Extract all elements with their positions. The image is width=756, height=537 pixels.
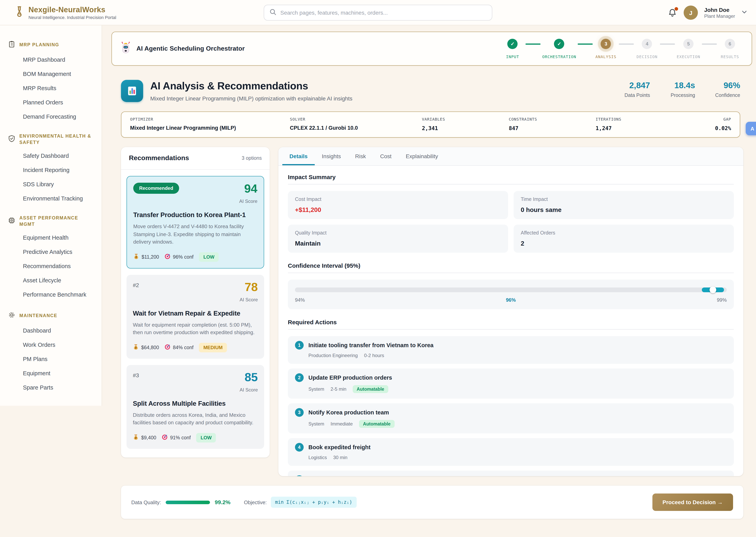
step-connector [702,43,717,45]
action-owner: Logistics [308,455,327,460]
risk-badge: MEDIUM [199,343,227,352]
step-check-icon: ✓ [507,39,518,49]
sidebar-item-recommendations[interactable]: Recommendations [0,259,101,273]
tab-risk[interactable]: Risk [348,147,373,165]
sidebar-item-work-orders[interactable]: Work Orders [0,338,101,352]
cost-metric: $11,200 [133,253,159,260]
sidebar-item-performance-benchmark[interactable]: Performance Benchmark [0,287,101,302]
robot-icon [120,42,132,56]
sidebar-item-equipment-health[interactable]: Equipment Health [0,230,101,245]
impact-card-quality: Quality Impact Maintain [288,225,508,253]
recommendation-card-3[interactable]: #3 85 AI Score Split Across Multiple Fac… [127,365,264,449]
translate-fab[interactable]: A [746,122,756,135]
sidebar-item-mrp-dashboard[interactable]: MRP Dashboard [0,53,101,67]
confidence-metric: 84% conf [165,344,193,351]
bar-chart-icon [121,80,143,102]
sidebar-item-pm-plans[interactable]: PM Plans [0,352,101,366]
cost-metric: $9,400 [133,434,156,441]
user-role: Plant Manager [704,13,735,19]
user-block[interactable]: John Doe Plant Manager [704,7,735,19]
action-owner: Production Engineering [308,353,358,358]
impact-summary-heading: Impact Summary [288,174,734,180]
step-execution[interactable]: 5 EXECUTION [677,39,700,59]
recommendation-card-1[interactable]: Recommended 94 AI Score Transfer Product… [127,176,264,268]
app-title: Nexgile-NeuralWorks [28,5,116,14]
recommendation-description: Distribute orders across Korea, India, a… [133,411,258,427]
action-item-3[interactable]: 3 Notify Korea production team System Im… [288,403,734,434]
step-number: 3 [601,39,611,49]
data-quality-progress [166,500,210,504]
divider [288,272,734,273]
sidebar-item-predictive-analytics[interactable]: Predictive Analytics [0,245,101,259]
ai-score-label: AI Score [133,387,258,392]
tab-cost[interactable]: Cost [373,147,399,165]
proceed-to-decision-button[interactable]: Proceed to Decision → [652,493,733,511]
sidebar-section-apm: ASSET PERFORMANCE MGMT [8,215,95,227]
avatar[interactable]: J [684,6,698,20]
action-number: 1 [295,341,304,350]
target-icon [165,253,171,260]
tab-insights[interactable]: Insights [315,147,348,165]
tab-details[interactable]: Details [282,147,315,165]
confidence-slider[interactable] [295,287,727,292]
action-item-5[interactable]: 5 Update customer delivery tracking [288,471,734,476]
step-orchestration[interactable]: ✓ ORCHESTRATION [542,39,576,59]
app-root: Nexgile-NeuralWorks Neural Intelligence.… [0,0,756,537]
data-quality-label: Data Quality: [131,499,161,505]
ai-score-value: 94 [244,183,258,194]
step-input[interactable]: ✓ INPUT [501,39,524,59]
recommendation-description: Move orders V-4472 and V-4480 to Korea f… [133,223,258,246]
tab-explainability[interactable]: Explainability [399,147,445,165]
ai-score-value: 78 [245,281,258,293]
sidebar-item-planned-orders[interactable]: Planned Orders [0,95,101,109]
action-time: 2-5 min [331,386,346,392]
slider-knob[interactable] [709,286,716,293]
analysis-footer: Data Quality: 99.2% Objective: min Σ(cᵢⱼ… [121,486,743,519]
workflow-stepper: ✓ INPUT ✓ ORCHESTRATION 3 ANALYSIS [501,39,741,59]
header-right: J John Doe Plant Manager [668,0,747,25]
orchestrator-title: AI Agentic Scheduling Orchestrator [137,45,245,52]
action-owner: System [308,386,324,392]
chevron-down-icon[interactable] [741,9,747,17]
step-results[interactable]: 6 RESULTS [718,39,741,59]
notifications-button[interactable] [668,8,677,18]
action-time: 0-2 hours [364,353,384,358]
page-subtitle: Mixed Integer Linear Programming (MILP) … [150,95,621,102]
sidebar-item-mrp-results[interactable]: MRP Results [0,81,101,95]
user-name: John Doe [704,7,735,13]
action-number: 5 [295,475,304,476]
search-input[interactable] [280,10,486,16]
sidebar-item-safety-dashboard[interactable]: Safety Dashboard [0,149,101,163]
brand-text: Nexgile-NeuralWorks Neural Intelligence.… [28,5,116,20]
confidence-card: 94% 96% 99% [288,279,734,309]
options-count: 3 options [242,155,262,161]
recommendations-panel: Recommendations 3 options Recommended 94… [121,147,270,457]
sidebar-item-demand-forecasting[interactable]: Demand Forecasting [0,109,101,124]
target-icon [162,434,168,441]
sidebar-item-spare-parts[interactable]: Spare Parts [0,380,101,394]
step-connector [578,43,593,45]
confidence-metric: 91% conf [162,434,191,441]
recommendation-title: Split Across Multiple Facilities [133,399,258,407]
iterations-field: ITERATIONS 1,247 [596,117,683,131]
step-analysis[interactable]: 3 ANALYSIS [594,39,617,59]
optimizer-field: OPTIMIZER Mixed Integer Linear Programmi… [130,117,290,131]
action-item-4[interactable]: 4 Book expedited freight Logistics 30 mi… [288,438,734,466]
sidebar-item-equipment[interactable]: Equipment [0,366,101,380]
action-item-1[interactable]: 1 Initiate tooling transfer from Vietnam… [288,336,734,364]
impact-card-orders: Affected Orders 2 [514,225,734,253]
sidebar-item-bom-management[interactable]: BOM Management [0,67,101,81]
recommendation-card-2[interactable]: #2 78 AI Score Wait for Vietnam Repair &… [127,275,264,358]
sidebar-item-environmental-tracking[interactable]: Environmental Tracking [0,191,101,206]
sidebar-item-incident-reporting[interactable]: Incident Reporting [0,163,101,177]
sidebar-item-asset-lifecycle[interactable]: Asset Lifecycle [0,273,101,287]
sidebar-item-maintenance-dashboard[interactable]: Dashboard [0,323,101,338]
money-bag-icon [133,434,139,441]
global-search[interactable] [264,5,492,21]
sidebar-item-sds-library[interactable]: SDS Library [0,177,101,191]
action-item-2[interactable]: 2 Update ERP production orders System 2-… [288,369,734,398]
constraints-field: CONSTRAINTS 847 [509,117,595,131]
action-time: 30 min [333,455,347,460]
step-decision[interactable]: 4 DECISION [636,39,658,59]
sidebar-section-label: MRP PLANNING [20,42,59,48]
